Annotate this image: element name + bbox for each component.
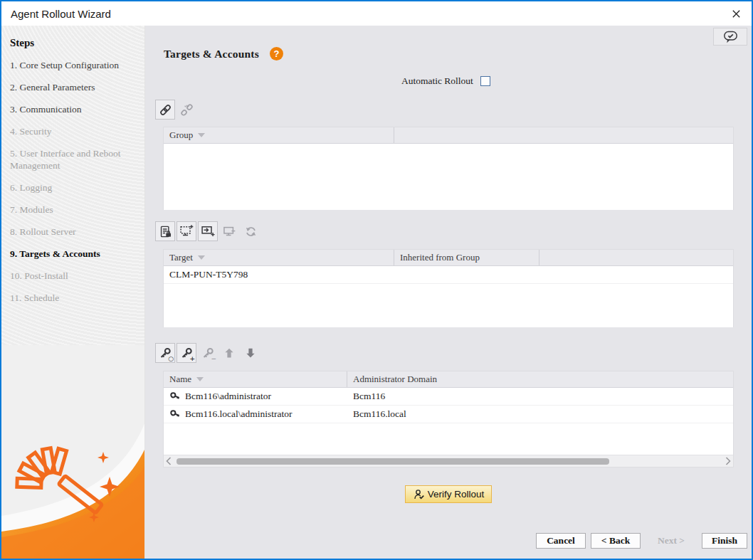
unlink-group-button[interactable] — [177, 100, 196, 120]
help-icon[interactable]: ? — [270, 47, 283, 60]
target-inherited-cell — [394, 266, 539, 283]
step-post-install: 10. Post-Install — [10, 270, 136, 282]
account-domain: Bcm116.local — [347, 406, 733, 423]
account-table-header: Name Administrator Domain — [164, 371, 733, 388]
arrow-up-icon — [223, 347, 236, 359]
target-table-body: CLM-PUN-T5Y798 — [164, 266, 733, 327]
add-account-button[interactable]: + — [177, 343, 196, 363]
monitor-marquee-add-icon — [179, 224, 194, 238]
step-general-parameters[interactable]: 2. General Parameters — [10, 81, 136, 93]
arrow-down-icon — [244, 347, 257, 359]
targets-accounts-panel: Targets & Accounts ? Automatic Rollout — [145, 26, 752, 559]
step-user-interface-reboot: 5. User Interface and Reboot Management — [10, 147, 136, 171]
step-modules: 7. Modules — [10, 204, 136, 216]
verify-user-check-icon — [413, 488, 428, 501]
agent-rollout-wizard-dialog: Agent Rollout Wizard Steps 1. Core Setup… — [0, 0, 753, 560]
step-targets-accounts[interactable]: 9. Targets & Accounts — [10, 248, 136, 260]
account-name: Bcm116.local\administrator — [185, 408, 293, 420]
cancel-button[interactable]: Cancel — [536, 533, 586, 549]
account-table: Name Administrator Domain — [163, 371, 734, 467]
step-rollout-server: 8. Rollout Server — [10, 226, 136, 238]
move-account-up-button[interactable] — [219, 343, 239, 363]
clipboard-lock-icon — [159, 225, 172, 238]
automatic-rollout-checkbox[interactable] — [480, 76, 490, 86]
group-table-body[interactable] — [164, 144, 733, 210]
group-column-header[interactable]: Group — [164, 127, 394, 143]
steps-list: 1. Core Setup Configuration 2. General P… — [10, 59, 136, 304]
link-group-button[interactable] — [155, 100, 175, 120]
unlink-icon — [180, 103, 194, 117]
account-toolbar: ○ + — [155, 343, 262, 363]
finish-button[interactable]: Finish — [702, 533, 747, 549]
wizard-wand-decoration — [1, 409, 145, 559]
scroll-left-button[interactable] — [164, 455, 174, 467]
account-row[interactable]: Bcm116\administrator Bcm116 — [164, 388, 733, 406]
step-core-setup-configuration[interactable]: 1. Core Setup Configuration — [10, 59, 136, 71]
key-icon — [169, 391, 181, 402]
scrollbar-track[interactable] — [174, 455, 723, 467]
scroll-right-button[interactable] — [723, 455, 733, 467]
move-account-down-button[interactable] — [241, 343, 260, 363]
monitor-remove-icon — [222, 224, 236, 238]
automatic-rollout-label: Automatic Rollout — [401, 75, 473, 87]
target-table: Target Inherited from Group CLM-PUN-T5Y7… — [163, 249, 734, 327]
sort-caret-icon — [198, 255, 205, 260]
scrollbar-thumb[interactable] — [177, 458, 609, 465]
comment-check-icon — [722, 30, 739, 44]
import-target-list-button[interactable] — [155, 221, 175, 241]
account-row[interactable]: Bcm116.local\administrator Bcm116.local — [164, 406, 733, 423]
step-logging: 6. Logging — [10, 181, 136, 194]
remove-account-button[interactable]: − — [198, 343, 218, 363]
step-communication[interactable]: 3. Communication — [10, 103, 136, 115]
steps-sidebar: Steps 1. Core Setup Configuration 2. Gen… — [1, 26, 145, 559]
close-icon — [731, 9, 742, 19]
group-table: Group — [163, 127, 734, 210]
link-icon — [159, 103, 172, 117]
window-title: Agent Rollout Wizard — [11, 8, 111, 20]
next-button: Next > — [655, 535, 687, 546]
account-table-body: Bcm116\administrator Bcm116 — [164, 388, 733, 455]
target-row[interactable]: CLM-PUN-T5Y798 — [164, 266, 733, 284]
group-filler-column — [394, 127, 733, 143]
account-domain: Bcm116 — [347, 388, 733, 405]
feedback-button[interactable] — [713, 28, 747, 46]
target-filler-column — [539, 250, 733, 265]
refresh-targets-button[interactable] — [241, 221, 260, 241]
back-button[interactable]: < Back — [591, 533, 641, 549]
add-badge: + — [189, 356, 195, 362]
target-column-header[interactable]: Target — [164, 250, 394, 265]
sort-caret-icon — [196, 377, 204, 381]
browse-add-target-button[interactable] — [198, 221, 218, 241]
account-name: Bcm116\administrator — [185, 391, 271, 402]
wizard-footer: Cancel < Back Next > Finish — [536, 533, 747, 549]
remove-target-button[interactable] — [219, 221, 239, 241]
verify-rollout-label: Verify Rollout — [428, 489, 485, 500]
target-toolbar — [155, 221, 262, 241]
steps-heading: Steps — [10, 37, 144, 49]
refresh-icon — [244, 225, 258, 238]
group-toolbar — [155, 100, 198, 120]
add-target-button[interactable] — [177, 221, 196, 241]
titlebar: Agent Rollout Wizard — [1, 1, 752, 26]
administrator-domain-column-header[interactable]: Administrator Domain — [347, 371, 733, 387]
verify-rollout-button[interactable]: Verify Rollout — [405, 485, 492, 503]
remove-badge: − — [211, 356, 216, 362]
close-button[interactable] — [727, 6, 744, 21]
horizontal-scrollbar — [164, 455, 733, 467]
step-schedule: 11. Schedule — [10, 292, 136, 304]
sort-caret-icon — [198, 133, 205, 137]
group-table-header: Group — [164, 127, 733, 144]
name-column-header[interactable]: Name — [164, 371, 347, 387]
step-security: 4. Security — [10, 125, 136, 137]
page-title: Targets & Accounts — [164, 48, 259, 60]
key-icon — [169, 408, 181, 420]
monitor-arrow-add-icon — [201, 224, 215, 238]
target-name-cell: CLM-PUN-T5Y798 — [164, 266, 394, 283]
inherited-from-group-column-header[interactable]: Inherited from Group — [394, 250, 539, 265]
target-table-header: Target Inherited from Group — [164, 250, 733, 266]
set-default-account-button[interactable]: ○ — [155, 343, 175, 363]
default-badge: ○ — [168, 356, 174, 362]
